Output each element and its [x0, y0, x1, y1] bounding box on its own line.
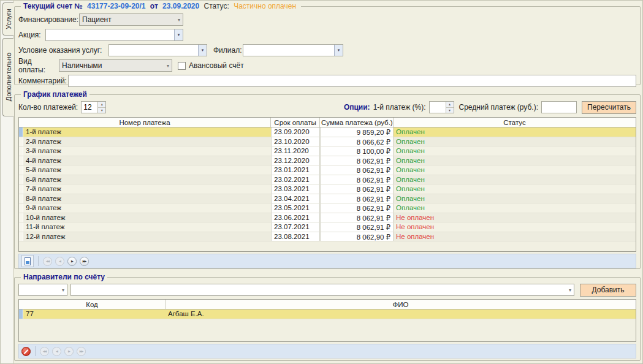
average-payment-input[interactable] [541, 101, 577, 113]
payment-row[interactable]: 12-й платеж 23.08.2021 8 062,90 ₽ Не опл… [19, 232, 636, 242]
nav-last-button[interactable]: ▶▶ [80, 257, 89, 266]
status-value: Частично оплачен [234, 2, 296, 10]
referrer-name-cell: Агбаш Е.А. [166, 309, 636, 319]
payment-status-cell: Оплачен [394, 184, 636, 194]
payment-row[interactable]: 1-й платеж 23.09.2020 9 859,20 ₽ Оплачен [19, 127, 636, 137]
payment-number-cell: 11-й платеж [23, 222, 271, 232]
invoice-number: 43177-23-09-20/1 [87, 2, 145, 10]
payment-number-cell: 4-й платеж [23, 156, 271, 165]
row-marker [19, 175, 23, 184]
nav-prev-button[interactable]: ◀ [55, 257, 64, 266]
payments-count-spinner[interactable]: ▴ ▾ [81, 101, 106, 113]
branch-combo[interactable]: ▾ [243, 44, 343, 56]
payment-row[interactable]: 9-й платеж 23.05.2021 8 062,91 ₽ Оплачен [19, 203, 636, 213]
payment-row[interactable]: 3-й платеж 23.11.2020 8 100,00 ₽ Оплачен [19, 146, 636, 156]
spin-down-icon[interactable]: ▾ [446, 108, 454, 113]
payment-row[interactable]: 8-й платеж 23.04.2021 8 062,91 ₽ Оплачен [19, 194, 636, 204]
row-marker [19, 127, 23, 137]
recalculate-button[interactable]: Пересчитать [582, 101, 636, 114]
payment-row[interactable]: 2-й платеж 23.10.2020 8 066,62 ₽ Оплачен [19, 137, 636, 147]
dropdown-button-icon[interactable]: ▾ [174, 29, 183, 40]
financing-value: Пациент [82, 15, 175, 24]
first-payment-spinner[interactable]: ▴ ▾ [429, 101, 454, 113]
payment-number-cell: 5-й платеж [23, 165, 271, 175]
referrer-person-select[interactable]: ▾ [70, 284, 574, 296]
payment-row[interactable]: 4-й платеж 23.12.2020 8 062,91 ₽ Оплачен [19, 156, 636, 166]
nav-first-button[interactable]: ◀◀ [43, 257, 52, 266]
payment-amount-cell: 8 062,90 ₽ [320, 232, 394, 241]
dropdown-button-icon[interactable]: ▾ [334, 45, 343, 56]
financing-select[interactable]: Пациент ▾ [79, 13, 183, 26]
dropdown-button-icon[interactable]: ▾ [198, 45, 207, 56]
tab-services[interactable]: Услуги [2, 2, 13, 36]
payment-status-cell: Не оплачен [394, 222, 636, 232]
spin-up-icon[interactable]: ▴ [98, 102, 105, 108]
tab-additional[interactable]: Дополнительно [2, 38, 13, 116]
payment-row[interactable]: 10-й платеж 23.06.2021 8 062,91 ₽ Не опл… [19, 213, 636, 223]
payment-due-cell: 23.05.2021 [271, 203, 320, 213]
promo-value [46, 29, 174, 40]
advance-invoice-checkbox[interactable] [178, 62, 186, 70]
spin-down-icon[interactable]: ▾ [98, 108, 105, 113]
nav-next-button[interactable]: ▶ [67, 257, 77, 266]
payment-due-cell: 23.09.2020 [271, 127, 320, 137]
payment-amount-cell: 8 062,91 ₽ [320, 175, 394, 184]
payment-number-cell: 3-й платеж [23, 146, 271, 156]
payment-status-cell: Оплачен [394, 165, 636, 175]
promo-combo[interactable]: ▾ [45, 29, 183, 41]
payment-status-cell: Оплачен [394, 156, 636, 165]
payment-number-cell: 6-й платеж [23, 175, 271, 184]
referrer-type-select[interactable]: ▾ [18, 284, 67, 296]
row-marker [19, 184, 23, 194]
add-referrer-button[interactable]: Добавить [580, 284, 636, 297]
payment-type-value: Наличными [62, 61, 164, 70]
payments-table-header: Номер платежа Срок оплаты Сумма платежа … [19, 118, 636, 127]
invoice-header: Текущий счет № 43177-23-09-20/1 от 23.09… [21, 2, 301, 10]
first-payment-input[interactable] [430, 102, 446, 113]
options-label: Опции: [344, 103, 370, 112]
payment-number-cell: 7-й платеж [23, 184, 271, 194]
print-document-button[interactable] [21, 255, 34, 267]
payments-count-label: Кол-во платежей: [18, 103, 78, 112]
row-marker [19, 203, 23, 213]
payment-number-cell: 1-й платеж [23, 127, 271, 137]
nav-next-button[interactable]: ▶ [64, 347, 74, 356]
payment-amount-cell: 8 100,00 ₽ [320, 146, 394, 156]
service-condition-value [109, 45, 198, 56]
row-marker [19, 222, 23, 232]
payment-amount-cell: 8 062,91 ₽ [320, 222, 394, 232]
payment-amount-cell: 8 066,62 ₽ [320, 137, 394, 146]
service-condition-combo[interactable]: ▾ [108, 44, 207, 56]
schedule-toolbar: ◀◀ ◀ ▶ ▶▶ [18, 254, 636, 268]
payments-count-input[interactable] [82, 102, 97, 113]
col-header-code: Код [19, 300, 166, 309]
payment-status-cell: Оплачен [394, 127, 636, 137]
invoice-title-label: Текущий счет № [23, 2, 83, 10]
financing-label: Финансирование: [18, 15, 79, 24]
advance-invoice-label: Авансовый счёт [189, 61, 244, 70]
nav-prev-button[interactable]: ◀ [52, 347, 61, 356]
nav-first-button[interactable]: ◀◀ [40, 347, 49, 356]
payment-amount-cell: 8 062,91 ₽ [320, 194, 394, 203]
referrer-row[interactable]: 77 Агбаш Е.А. [19, 309, 636, 319]
comment-input[interactable] [68, 75, 636, 87]
referrers-table-body: 77 Агбаш Е.А. [19, 309, 636, 341]
payment-due-cell: 23.12.2020 [271, 156, 320, 165]
payment-row[interactable]: 5-й платеж 23.01.2021 8 062,91 ₽ Оплачен [19, 165, 636, 175]
chevron-down-icon: ▾ [167, 63, 169, 69]
delete-referrer-button[interactable] [21, 347, 31, 356]
col-header-status: Статус [394, 118, 636, 127]
referrer-code-cell: 77 [23, 309, 166, 319]
payment-row[interactable]: 11-й платеж 23.07.2021 8 062,91 ₽ Не опл… [19, 222, 636, 232]
payment-row[interactable]: 6-й платеж 23.02.2021 8 062,91 ₽ Оплачен [19, 175, 636, 185]
payment-type-label: Вид оплаты: [18, 57, 59, 74]
invoice-group: Текущий счет № 43177-23-09-20/1 от 23.09… [14, 2, 641, 85]
service-condition-label: Условие оказания услуг: [18, 46, 108, 55]
col-header-name: ФИО [166, 300, 636, 309]
spin-up-icon[interactable]: ▴ [446, 102, 454, 108]
payment-due-cell: 23.04.2021 [271, 194, 320, 203]
payments-table-body: 1-й платеж 23.09.2020 9 859,20 ₽ Оплачен… [19, 127, 636, 251]
payment-row[interactable]: 7-й платеж 23.03.2021 8 062,91 ₽ Оплачен [19, 184, 636, 194]
nav-last-button[interactable]: ▶▶ [77, 347, 86, 356]
payment-type-select[interactable]: Наличными ▾ [59, 59, 172, 72]
